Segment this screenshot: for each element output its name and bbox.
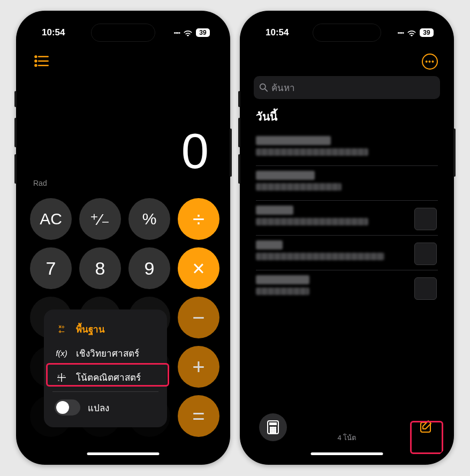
search-placeholder: ค้นหา <box>271 80 295 95</box>
key-9[interactable]: 9 <box>128 247 170 289</box>
mode-scientific-label: เชิงวิทยาศาสตร์ <box>76 346 139 360</box>
cell-dots-icon: •••• <box>398 29 404 36</box>
notes-count: 4 โน้ต <box>338 432 357 443</box>
convert-switch[interactable] <box>55 399 80 415</box>
mode-mathnotes[interactable]: y÷x โน้ตคณิตศาสตร์ <box>51 365 160 389</box>
key-percent[interactable]: % <box>128 198 170 240</box>
volume-up <box>14 118 17 147</box>
note-item[interactable] <box>245 165 449 200</box>
key-plus[interactable]: + <box>178 346 219 388</box>
history-button[interactable] <box>34 55 49 67</box>
mode-scientific[interactable]: f(x) เชิงวิทยาศาสตร์ <box>51 341 160 365</box>
battery-percentage: 39 <box>420 28 434 37</box>
cell-dots-icon: •••• <box>174 29 180 36</box>
volume-up <box>238 118 240 147</box>
compose-icon <box>419 419 434 434</box>
note-title-redacted <box>256 206 293 215</box>
status-time: 10:54 <box>42 27 65 38</box>
volume-down <box>14 154 17 184</box>
side-button <box>14 91 17 107</box>
phone-calculator: 10:54 •••• 39 0 Rad AC ⁺⁄₋ % ÷ 7 8 <box>16 11 230 465</box>
ellipsis-icon: ••• <box>425 57 435 66</box>
key-7[interactable]: 7 <box>30 247 72 289</box>
svg-point-3 <box>35 56 37 57</box>
note-thumbnail <box>414 277 437 300</box>
compose-button[interactable] <box>419 419 435 435</box>
svg-point-16 <box>272 427 274 429</box>
wifi-icon <box>407 29 416 36</box>
key-8[interactable]: 8 <box>79 247 121 289</box>
svg-point-22 <box>272 432 274 433</box>
svg-point-23 <box>275 432 276 433</box>
note-subtitle-redacted <box>256 218 368 225</box>
note-thumbnail <box>414 208 437 230</box>
mode-basic-label: พื้นฐาน <box>76 322 105 336</box>
mathnotes-icon: y÷x <box>55 372 69 383</box>
home-indicator[interactable] <box>87 452 160 455</box>
key-minus[interactable]: − <box>178 297 219 338</box>
note-subtitle-redacted <box>256 288 309 295</box>
note-item[interactable] <box>245 131 449 165</box>
calculator-button[interactable] <box>259 413 287 441</box>
status-time: 10:54 <box>266 27 289 38</box>
calc-display: 0 <box>181 123 209 179</box>
note-subtitle-redacted <box>256 183 342 191</box>
modes-popup: ×÷+− พื้นฐาน f(x) เชิงวิทยาศาสตร์ y÷x โน… <box>44 309 167 427</box>
note-title-redacted <box>256 240 283 250</box>
mode-basic[interactable]: ×÷+− พื้นฐาน <box>51 317 160 341</box>
battery-percentage: 39 <box>196 28 210 37</box>
separator <box>52 391 158 392</box>
mode-convert-label: แปลง <box>88 401 109 415</box>
function-icon: f(x) <box>55 349 69 358</box>
basic-icon: ×÷+− <box>55 324 69 334</box>
svg-rect-14 <box>269 422 277 425</box>
mode-mathnotes-label: โน้ตคณิตศาสตร์ <box>76 370 141 384</box>
svg-point-17 <box>275 427 276 429</box>
battery-icon: 39 <box>196 28 210 37</box>
power-button <box>453 129 456 177</box>
svg-point-21 <box>270 432 272 433</box>
side-button <box>238 91 240 107</box>
svg-point-20 <box>275 429 276 431</box>
svg-text:÷: ÷ <box>63 374 65 377</box>
rad-indicator: Rad <box>33 179 47 187</box>
phone-notes: 10:54 •••• 39 ••• ค้นหา วันนี้ <box>240 11 454 465</box>
note-subtitle-redacted <box>256 148 368 156</box>
key-equals[interactable]: = <box>178 395 219 437</box>
svg-point-18 <box>270 429 272 431</box>
search-input[interactable]: ค้นหา <box>254 76 440 99</box>
svg-text:x: x <box>58 379 59 382</box>
note-title-redacted <box>256 136 331 145</box>
search-icon <box>259 83 268 92</box>
svg-point-4 <box>35 61 37 62</box>
note-subtitle-redacted <box>256 253 384 260</box>
wifi-icon <box>183 29 193 36</box>
note-item[interactable] <box>245 235 449 270</box>
dynamic-island <box>313 24 381 42</box>
power-button <box>230 129 232 177</box>
calculator-icon <box>267 420 279 435</box>
note-title-redacted <box>256 275 309 284</box>
key-multiply[interactable]: × <box>178 247 219 289</box>
dynamic-island <box>91 24 155 42</box>
home-indicator[interactable] <box>311 452 383 455</box>
note-item[interactable] <box>245 200 449 235</box>
svg-text:y: y <box>58 374 59 377</box>
svg-point-15 <box>270 427 272 429</box>
section-today: วันนี้ <box>256 108 438 125</box>
key-ac[interactable]: AC <box>30 198 72 240</box>
note-item[interactable] <box>245 270 449 305</box>
svg-point-11 <box>260 84 266 89</box>
svg-point-5 <box>35 65 37 66</box>
key-divide[interactable]: ÷ <box>178 198 219 240</box>
more-button[interactable]: ••• <box>422 54 438 70</box>
svg-point-19 <box>272 429 274 431</box>
svg-line-12 <box>265 89 267 91</box>
mode-convert[interactable]: แปลง <box>51 394 160 421</box>
note-title-redacted <box>256 171 315 180</box>
battery-icon: 39 <box>420 28 434 37</box>
volume-down <box>238 154 240 184</box>
key-plus-minus[interactable]: ⁺⁄₋ <box>79 198 121 240</box>
note-thumbnail <box>414 243 437 265</box>
